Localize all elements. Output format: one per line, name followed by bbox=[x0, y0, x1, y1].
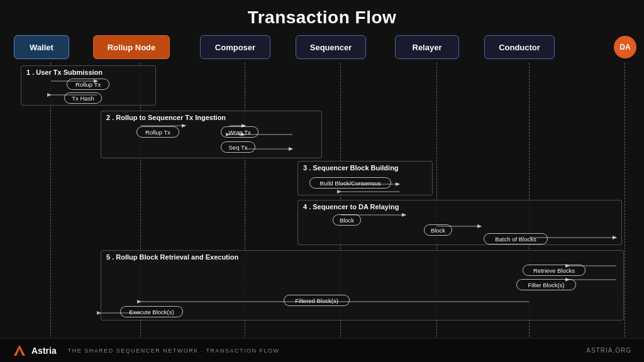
section5-label: 5 . Rollup Block Retrieval and Execution bbox=[106, 253, 238, 261]
section2-label: 2 . Rollup to Sequencer Tx Ingestion bbox=[106, 114, 226, 121]
astria-logo-icon bbox=[13, 344, 26, 358]
vline-da bbox=[625, 63, 625, 337]
section3-box: 3 . Sequencer Block Building Build Block… bbox=[297, 161, 433, 195]
batch-of-blocks-pill: Batch of Blocks bbox=[484, 233, 548, 244]
diagram-area: 1 . User Tx Submission Rollup Tx Tx Hash… bbox=[9, 63, 635, 337]
footer-tagline: THE SHARED SEQUENCER NETWORK · TRANSACTI… bbox=[68, 348, 280, 354]
filter-blocks-pill: Filter Block(s) bbox=[516, 279, 576, 290]
rollup-node-label: Rollup Node bbox=[93, 35, 170, 59]
block-pill-1: Block bbox=[333, 214, 361, 226]
section4-box: 4 . Sequencer to DA Relaying Block Block… bbox=[297, 200, 622, 245]
relayer-label: Relayer bbox=[395, 35, 459, 59]
section5-box: 5 . Rollup Block Retrieval and Execution… bbox=[101, 250, 624, 321]
footer-url: ASTRIA.ORG bbox=[586, 347, 631, 354]
rollup-tx-pill-2: Rollup Tx bbox=[136, 126, 179, 138]
main-container: Transaction Flow Wallet Rollup Node Comp… bbox=[0, 0, 644, 362]
wallet-label: Wallet bbox=[14, 35, 69, 59]
seq-tx-pill: Seq Tx bbox=[221, 141, 255, 153]
sequencer-label: Sequencer bbox=[296, 35, 366, 59]
conductor-label: Conductor bbox=[484, 35, 555, 59]
footer-brand: Astria bbox=[31, 346, 57, 356]
retrieve-blocks-pill: Retrieve Blocks bbox=[523, 265, 586, 276]
section1-label: 1 . User Tx Submission bbox=[26, 69, 103, 76]
composer-label: Composer bbox=[200, 35, 270, 59]
page-title: Transaction Flow bbox=[0, 0, 644, 28]
footer-logo: Astria bbox=[13, 344, 57, 358]
section3-label: 3 . Sequencer Block Building bbox=[303, 164, 399, 172]
section2-box: 2 . Rollup to Sequencer Tx Ingestion Rol… bbox=[101, 111, 322, 158]
block-pill-2: Block bbox=[424, 224, 452, 236]
build-block-pill: Build Block/Consensus bbox=[309, 177, 391, 189]
da-icon: DA bbox=[614, 36, 636, 58]
rollup-tx-pill-1: Rollup Tx bbox=[67, 79, 109, 90]
section1-box: 1 . User Tx Submission Rollup Tx Tx Hash bbox=[21, 65, 156, 106]
footer: Astria THE SHARED SEQUENCER NETWORK · TR… bbox=[0, 338, 644, 362]
wrap-tx-pill: Wrap Tx bbox=[221, 126, 258, 138]
section4-label: 4 . Sequencer to DA Relaying bbox=[303, 203, 399, 211]
filtered-blocks-pill: Filtered Block(s) bbox=[284, 295, 350, 306]
execute-blocks-pill: Execute Block(s) bbox=[120, 306, 183, 317]
tx-hash-pill: Tx Hash bbox=[64, 92, 102, 104]
